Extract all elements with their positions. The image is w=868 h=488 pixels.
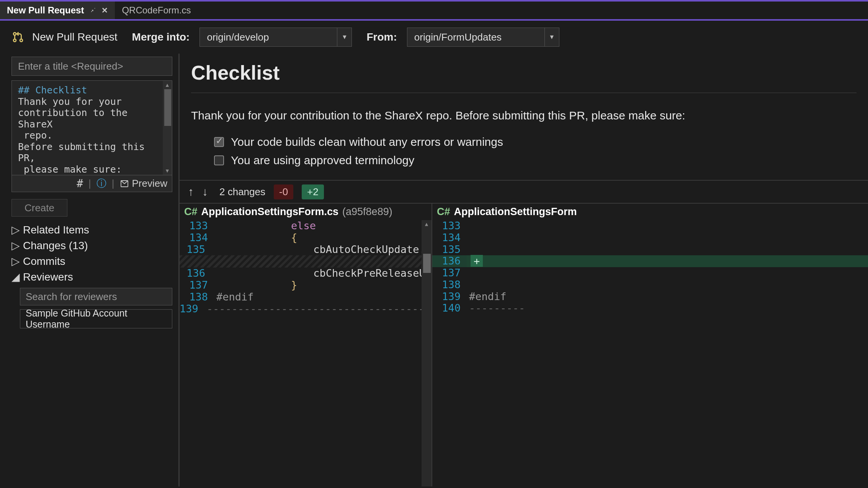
code-line: 137: [432, 267, 868, 279]
line-number: 135: [432, 244, 467, 256]
scrollbar[interactable]: ▲: [422, 220, 432, 486]
code-line: 137 }: [180, 279, 432, 291]
code-text: [467, 244, 868, 256]
line-number: 138: [432, 279, 467, 291]
tree-reviewers[interactable]: ◢ Reviewers: [11, 269, 174, 285]
tree-label: Reviewers: [23, 271, 73, 283]
diff-left-column: C# ApplicationSettingsForm.cs (a95f8e89)…: [180, 204, 432, 486]
pull-request-icon: [11, 31, 25, 44]
create-button[interactable]: Create: [11, 199, 67, 217]
line-number: 139: [180, 303, 204, 315]
diff-gap: [180, 255, 432, 268]
pr-title-input[interactable]: Enter a title <Required>: [11, 57, 172, 76]
code-line: 135: [432, 244, 868, 256]
tree-changes[interactable]: ▷ Changes (13): [11, 238, 174, 253]
merge-into-value: origin/develop: [207, 31, 269, 43]
caret-right-icon: ▷: [11, 255, 19, 268]
chevron-down-icon: ▼: [337, 28, 351, 46]
code-line: 138#endif: [180, 291, 432, 303]
code-line: 133: [432, 220, 868, 232]
language-badge: C#: [437, 206, 450, 218]
deletions-badge: -0: [274, 184, 293, 199]
preview-toggle[interactable]: Preview: [120, 178, 167, 189]
tab-new-pull-request[interactable]: New Pull Request ✕: [0, 2, 115, 19]
tab-qrcodeform[interactable]: QRCodeForm.cs: [115, 2, 198, 19]
prev-change-icon[interactable]: ↑: [188, 185, 194, 198]
tree-related-items[interactable]: ▷ Related Items: [11, 222, 174, 238]
reviewers-search-placeholder: Search for reviewers: [26, 291, 117, 303]
toolbar-title: New Pull Request: [32, 31, 118, 43]
reviewer-item[interactable]: Sample GitHub Account Username: [20, 309, 172, 328]
scrollbar[interactable]: ▲ ▼: [163, 81, 172, 175]
line-number: 134: [432, 232, 467, 244]
checkbox-checked-icon[interactable]: [214, 137, 224, 147]
create-label: Create: [25, 202, 54, 214]
markdown-hash-icon[interactable]: #: [77, 177, 83, 190]
line-number: 133: [432, 220, 467, 232]
markdown-preview: Checklist Thank you for your contributio…: [180, 54, 868, 180]
caret-down-icon: ◢: [11, 271, 19, 283]
chevron-down-icon: ▼: [544, 28, 559, 46]
tab-bar: New Pull Request ✕ QRCodeForm.cs: [0, 0, 868, 19]
code-text: else: [214, 220, 432, 232]
scroll-up-icon[interactable]: ▲: [165, 81, 170, 89]
code-line: 139-------------------------------------…: [180, 303, 432, 315]
line-number: 136: [432, 255, 467, 267]
code-text: cbCheckPreReleaseUp: [211, 268, 432, 279]
pr-description-textarea[interactable]: ## Checklist Thank you for your contribu…: [11, 80, 172, 175]
diff-code-left[interactable]: 133 else134 {135 cbAutoCheckUpdate.C136 …: [180, 220, 432, 486]
diff-file-name: ApplicationSettingsForm.cs: [201, 206, 339, 218]
line-number: 137: [432, 267, 467, 279]
language-badge: C#: [184, 206, 198, 218]
code-text: cbAutoCheckUpdate.C: [211, 244, 432, 256]
from-dropdown[interactable]: origin/FormUpdates ▼: [407, 28, 559, 47]
svg-point-2: [20, 39, 23, 42]
next-change-icon[interactable]: ↓: [202, 185, 208, 198]
line-number: 139: [432, 291, 467, 303]
line-number: 133: [180, 220, 214, 232]
tree-commits[interactable]: ▷ Commits: [11, 253, 174, 269]
diff-commit-hash: (a95f8e89): [342, 206, 392, 218]
line-number: 138: [180, 291, 214, 303]
separator: |: [88, 178, 91, 189]
diff-file-name: ApplicationSettingsForm: [454, 206, 577, 218]
checkbox-icon[interactable]: [214, 155, 224, 165]
code-line: 136+: [432, 255, 868, 267]
svg-point-0: [13, 33, 16, 35]
merge-into-dropdown[interactable]: origin/develop ▼: [199, 28, 352, 47]
diff-file-header: C# ApplicationSettingsForm.cs (a95f8e89): [180, 204, 432, 220]
from-label: From:: [366, 31, 397, 43]
preview-icon: [120, 179, 129, 188]
code-text: [467, 220, 868, 232]
separator: |: [112, 178, 114, 189]
scroll-thumb[interactable]: [164, 89, 171, 126]
code-text: [467, 279, 868, 291]
info-icon[interactable]: ⓘ: [96, 177, 106, 190]
line-number: 134: [180, 232, 214, 244]
reviewers-search-input[interactable]: Search for reviewers: [20, 288, 172, 305]
code-line: 136 cbCheckPreReleaseUp: [180, 268, 432, 279]
close-icon[interactable]: ✕: [101, 6, 108, 15]
checklist-text: Your code builds clean without any error…: [231, 135, 503, 149]
tree-label: Changes (13): [23, 240, 88, 252]
code-line: 133 else: [180, 220, 432, 232]
scroll-thumb[interactable]: [423, 254, 431, 273]
tree-label: Related Items: [23, 224, 89, 236]
tab-label: New Pull Request: [7, 5, 84, 16]
code-text: #endif: [467, 291, 868, 303]
pin-icon[interactable]: [89, 6, 96, 15]
diff-code-right[interactable]: 133134135136+137138139#endif140---------: [432, 220, 868, 486]
pr-description-text: ## Checklist Thank you for your contribu…: [12, 81, 172, 175]
checklist-text: You are using approved terminology: [231, 154, 414, 167]
code-text: }: [214, 279, 432, 291]
preview-paragraph: Thank you for your contribution to the S…: [191, 107, 857, 124]
scroll-down-icon[interactable]: ▼: [165, 166, 170, 175]
scroll-up-icon[interactable]: ▲: [425, 220, 428, 228]
additions-badge: +2: [302, 184, 324, 199]
code-text: ----------------------------------------: [204, 303, 432, 315]
code-text: ---------: [467, 302, 868, 314]
line-number: 135: [180, 244, 211, 256]
divider: [191, 93, 857, 93]
diff-right-column: C# ApplicationSettingsForm 133134135136+…: [432, 204, 868, 486]
line-number: 136: [180, 268, 211, 279]
